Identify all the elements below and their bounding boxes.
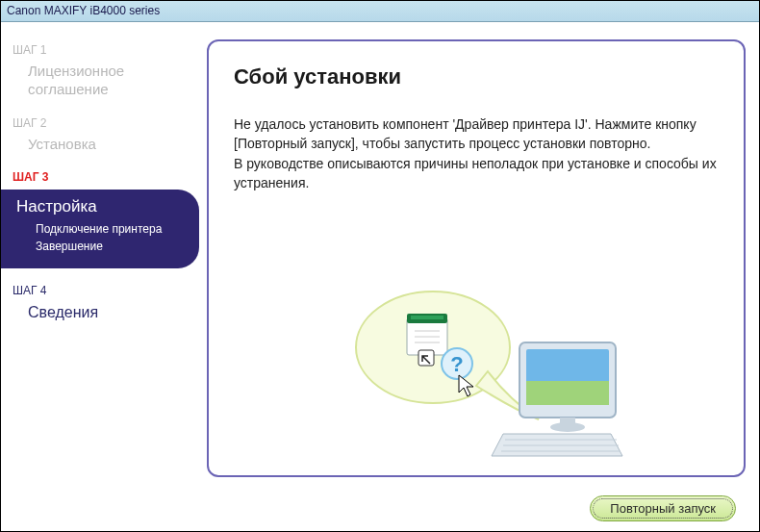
svg-text:?: ? [450, 352, 463, 376]
installer-window: Canon MAXIFY iB4000 series ШАГ 1 Лицензи… [0, 0, 760, 532]
svg-rect-14 [560, 418, 575, 427]
window-body: ШАГ 1 Лицензионное соглашение ШАГ 2 Уста… [1, 22, 759, 531]
help-illustration: ? [322, 275, 630, 468]
retry-button[interactable]: Повторный запуск [590, 495, 736, 521]
svg-rect-3 [411, 316, 443, 319]
step3-subitems: Подключение принтера Завершение [16, 222, 190, 253]
svg-rect-7 [418, 350, 434, 366]
step3-label: ШАГ 3 [13, 170, 203, 184]
step3-sub-finish: Завершение [36, 240, 190, 253]
step1-name: Лицензионное соглашение [28, 63, 203, 99]
content-panel: Сбой установки Не удалось установить ком… [207, 39, 746, 477]
content-heading: Сбой установки [234, 64, 719, 89]
window-titlebar: Canon MAXIFY iB4000 series [1, 1, 759, 22]
footer: Повторный запуск [1, 485, 759, 531]
step2-label: ШАГ 2 [13, 116, 203, 130]
sidebar: ШАГ 1 Лицензионное соглашение ШАГ 2 Уста… [1, 22, 203, 485]
step1-label: ШАГ 1 [13, 43, 203, 57]
step4-name: Сведения [28, 303, 203, 322]
step2-name: Установка [28, 136, 203, 154]
window-title: Canon MAXIFY iB4000 series [7, 4, 160, 17]
content-para1: Не удалось установить компонент 'Драйвер… [234, 114, 719, 154]
main-row: ШАГ 1 Лицензионное соглашение ШАГ 2 Уста… [1, 22, 759, 485]
svg-rect-12 [526, 381, 609, 405]
step3-name: Настройка [16, 197, 190, 216]
content-para2: В руководстве описываются причины непола… [234, 154, 719, 193]
step4-label: ШАГ 4 [13, 284, 203, 297]
step3-sub-connect: Подключение принтера [36, 222, 190, 236]
step3-active-block: Настройка Подключение принтера Завершени… [1, 190, 199, 268]
